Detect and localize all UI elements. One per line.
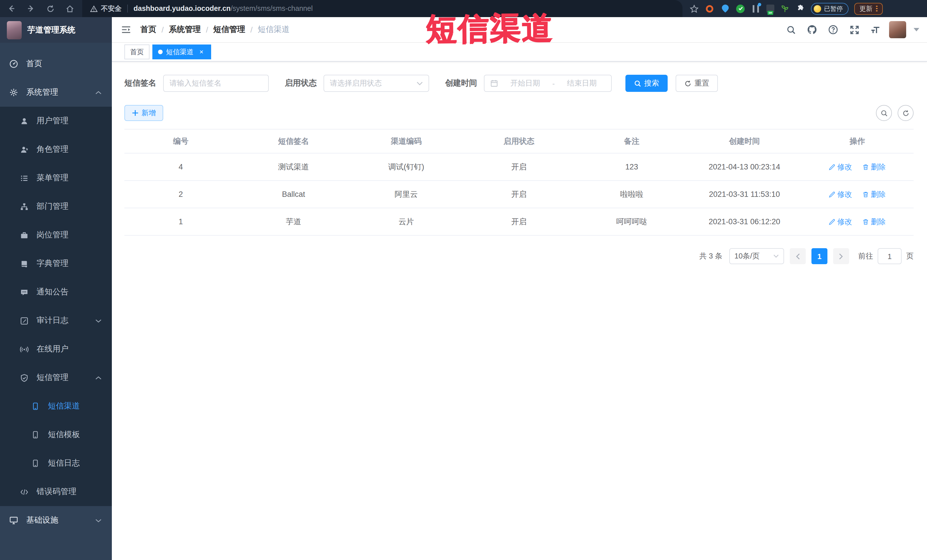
add-button[interactable]: 新增 <box>125 105 163 121</box>
next-page-button[interactable] <box>833 248 849 264</box>
sidebar-item-dictionary[interactable]: 字典管理 <box>0 249 112 278</box>
sidebar-item-home[interactable]: 首页 <box>0 50 112 78</box>
edit-link[interactable]: 修改 <box>829 162 852 172</box>
breadcrumb-sms[interactable]: 短信管理 <box>213 24 245 35</box>
goto-page-input[interactable] <box>878 248 902 264</box>
delete-link[interactable]: 删除 <box>862 217 886 227</box>
cell-created: 2021-04-13 00:23:14 <box>688 153 801 181</box>
sidebar-item-sms-log[interactable]: 短信日志 <box>0 449 112 478</box>
toggle-search-button[interactable] <box>876 105 892 121</box>
url-domain[interactable]: dashboard.yudao.iocoder.cn <box>134 5 231 12</box>
date-range-picker[interactable]: 开始日期 - 结束日期 <box>484 75 612 92</box>
sidebar-item-departments[interactable]: 部门管理 <box>0 192 112 221</box>
sidebar-item-label: 短信日志 <box>48 458 80 469</box>
col-header-status: 启用状态 <box>462 129 575 153</box>
sidebar-item-sms-channel[interactable]: 短信渠道 <box>0 392 112 420</box>
close-icon[interactable]: × <box>198 48 205 56</box>
help-icon[interactable] <box>826 22 840 37</box>
refresh-table-button[interactable] <box>898 105 913 121</box>
sidebar-item-sms-template[interactable]: 短信模板 <box>0 420 112 449</box>
tab-home[interactable]: 首页 <box>125 44 149 59</box>
github-icon[interactable] <box>805 22 819 37</box>
browser-nav <box>0 3 82 14</box>
caret-down-icon[interactable] <box>913 28 919 31</box>
status-filter-select[interactable]: 请选择启用状态 <box>324 75 429 92</box>
audit-log-icon <box>20 316 29 325</box>
extension-sliders-icon[interactable] <box>751 4 761 14</box>
sidebar-item-system[interactable]: 系统管理 <box>0 78 112 107</box>
security-label[interactable]: 不安全 <box>101 4 122 14</box>
search-button[interactable]: 搜索 <box>625 75 668 92</box>
prev-page-button[interactable] <box>790 248 806 264</box>
role-user-icon <box>20 145 29 154</box>
address-bar[interactable]: 不安全 dashboard.yudao.iocoder.cn /system/s… <box>82 0 682 17</box>
extension-plant-icon[interactable] <box>780 4 790 14</box>
extensions-puzzle-icon[interactable] <box>795 4 805 14</box>
delete-link[interactable]: 删除 <box>862 189 886 199</box>
menu-fold-icon[interactable] <box>121 25 131 34</box>
bookmark-star-icon[interactable] <box>689 4 699 14</box>
sidebar-item-online-users[interactable]: 在线用户 <box>0 335 112 363</box>
start-date-placeholder[interactable]: 开始日期 <box>501 78 549 88</box>
col-header-code: 渠道编码 <box>350 129 462 153</box>
browser-update-button[interactable]: 更新 <box>854 3 883 15</box>
sign-filter-input[interactable]: 请输入短信签名 <box>163 75 269 92</box>
extension-pin-icon[interactable] <box>720 4 730 14</box>
sidebar-item-label: 首页 <box>26 59 42 69</box>
tab-sms-channel[interactable]: 短信渠道 × <box>152 44 211 59</box>
delete-link[interactable]: 删除 <box>862 162 886 172</box>
breadcrumb: 首页 / 系统管理 / 短信管理 / 短信渠道 <box>140 24 290 35</box>
col-header-sign: 短信签名 <box>237 129 350 153</box>
breadcrumb-home[interactable]: 首页 <box>140 24 157 35</box>
search-icon <box>634 80 641 87</box>
sidebar-item-label: 通知公告 <box>36 287 68 297</box>
link-label: 修改 <box>837 162 852 172</box>
extension-translate-icon[interactable]: on <box>766 5 774 12</box>
select-placeholder: 请选择启用状态 <box>330 78 382 88</box>
back-icon[interactable] <box>6 3 17 14</box>
reset-button[interactable]: 重置 <box>676 75 718 92</box>
extension-orange-icon[interactable] <box>705 4 714 14</box>
sidebar-item-audit-log[interactable]: 审计日志 <box>0 307 112 335</box>
fullscreen-icon[interactable] <box>847 22 862 37</box>
forward-icon[interactable] <box>25 3 36 14</box>
menu-list-icon <box>20 173 29 182</box>
reload-icon[interactable] <box>44 3 56 14</box>
breadcrumb-current: 短信渠道 <box>258 24 290 35</box>
extension-check-icon[interactable] <box>736 4 745 14</box>
page-number-1[interactable]: 1 <box>812 248 827 264</box>
cell-remark: 123 <box>576 153 688 181</box>
page-size-select[interactable]: 10条/页 <box>729 248 784 264</box>
sidebar-item-infrastructure[interactable]: 基础设施 <box>0 506 112 534</box>
user-avatar[interactable] <box>889 21 906 38</box>
sidebar-item-notices[interactable]: 通知公告 <box>0 278 112 307</box>
edit-icon <box>829 164 836 170</box>
page-size-value: 10条/页 <box>734 251 760 261</box>
paused-extension-pill[interactable]: 已暂停 <box>811 3 848 15</box>
address-divider <box>127 5 128 12</box>
edit-link[interactable]: 修改 <box>829 189 852 199</box>
sidebar-item-users[interactable]: 用户管理 <box>0 107 112 135</box>
browser-menu-dots-icon[interactable] <box>876 6 877 12</box>
breadcrumb-system[interactable]: 系统管理 <box>169 24 201 35</box>
cell-actions: 修改 删除 <box>801 153 913 181</box>
font-size-icon[interactable] <box>868 22 883 37</box>
goto-label: 前往 <box>858 251 873 261</box>
browser-actions: on 已暂停 更新 <box>689 3 883 15</box>
sidebar-item-roles[interactable]: 角色管理 <box>0 135 112 164</box>
search-icon[interactable] <box>784 22 798 37</box>
chevron-down-icon <box>95 518 102 522</box>
sidebar-item-sms[interactable]: 短信管理 <box>0 363 112 392</box>
home-icon[interactable] <box>64 3 75 14</box>
url-path[interactable]: /system/sms/sms-channel <box>231 5 313 12</box>
page-content: 短信签名 请输入短信签名 启用状态 请选择启用状态 创建时间 开始日期 - 结束… <box>112 62 927 560</box>
end-date-placeholder[interactable]: 结束日期 <box>558 78 605 88</box>
edit-link[interactable]: 修改 <box>829 217 852 227</box>
sidebar-item-menus[interactable]: 菜单管理 <box>0 164 112 192</box>
col-header-id: 编号 <box>125 129 237 153</box>
pagination: 共 3 条 10条/页 1 前往 页 <box>125 248 913 264</box>
sidebar-item-error-codes[interactable]: 错误码管理 <box>0 478 112 506</box>
sidebar-item-posts[interactable]: 岗位管理 <box>0 221 112 249</box>
link-label: 修改 <box>837 217 852 227</box>
breadcrumb-separator: / <box>251 25 253 34</box>
